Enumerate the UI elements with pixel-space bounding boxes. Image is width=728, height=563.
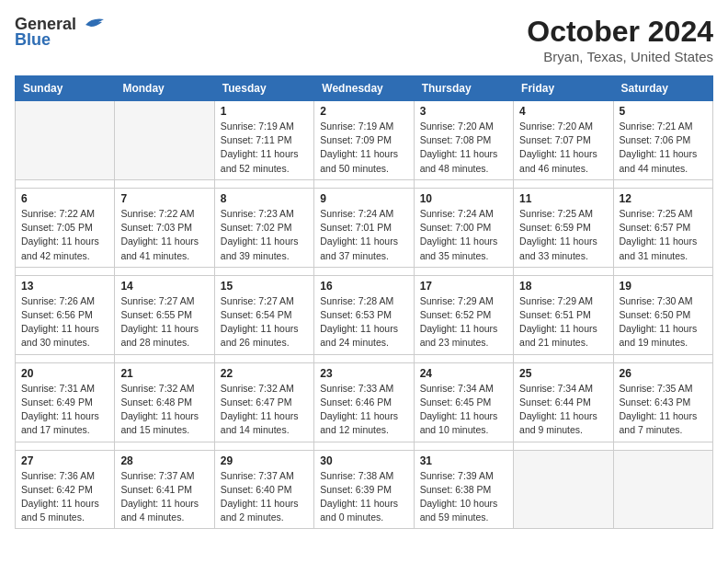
day-info: Sunrise: 7:27 AMSunset: 6:55 PMDaylight:… xyxy=(120,294,208,350)
calendar-day-cell: 3Sunrise: 7:20 AMSunset: 7:08 PMDaylight… xyxy=(414,101,513,180)
column-header-wednesday: Wednesday xyxy=(314,76,414,101)
day-number: 30 xyxy=(320,454,407,467)
calendar-day-cell: 1Sunrise: 7:19 AMSunset: 7:11 PMDaylight… xyxy=(214,101,313,180)
day-info: Sunrise: 7:29 AMSunset: 6:52 PMDaylight:… xyxy=(420,294,507,350)
day-number: 8 xyxy=(221,192,308,205)
day-info: Sunrise: 7:30 AMSunset: 6:50 PMDaylight:… xyxy=(620,294,707,350)
day-number: 16 xyxy=(320,280,407,293)
calendar-day-cell: 16Sunrise: 7:28 AMSunset: 6:53 PMDayligh… xyxy=(314,275,414,354)
day-info: Sunrise: 7:22 AMSunset: 7:05 PMDaylight:… xyxy=(21,207,108,263)
day-number: 6 xyxy=(21,192,108,205)
day-number: 26 xyxy=(620,367,707,380)
calendar-day-cell: 14Sunrise: 7:27 AMSunset: 6:55 PMDayligh… xyxy=(115,275,214,354)
day-info: Sunrise: 7:35 AMSunset: 6:43 PMDaylight:… xyxy=(620,382,707,438)
calendar-week-row: 1Sunrise: 7:19 AMSunset: 7:11 PMDaylight… xyxy=(16,101,713,180)
day-number: 15 xyxy=(221,280,308,293)
day-number: 17 xyxy=(420,280,507,293)
page-header: General Blue October 2024 Bryan, Texas, … xyxy=(15,15,713,64)
day-info: Sunrise: 7:33 AMSunset: 6:46 PMDaylight:… xyxy=(320,382,407,438)
day-number: 23 xyxy=(320,367,407,380)
calendar-day-cell: 10Sunrise: 7:24 AMSunset: 7:00 PMDayligh… xyxy=(414,188,513,267)
day-number: 24 xyxy=(420,367,507,380)
column-header-monday: Monday xyxy=(115,76,214,101)
day-number: 13 xyxy=(21,280,108,293)
week-separator xyxy=(16,179,713,188)
calendar-day-cell: 27Sunrise: 7:36 AMSunset: 6:42 PMDayligh… xyxy=(16,450,115,529)
calendar-day-cell: 25Sunrise: 7:34 AMSunset: 6:44 PMDayligh… xyxy=(514,362,613,442)
calendar-day-cell: 15Sunrise: 7:27 AMSunset: 6:54 PMDayligh… xyxy=(214,275,313,354)
day-number: 11 xyxy=(519,192,607,205)
day-number: 29 xyxy=(221,454,308,467)
week-separator xyxy=(16,267,713,275)
day-number: 20 xyxy=(21,367,108,380)
day-info: Sunrise: 7:39 AMSunset: 6:38 PMDaylight:… xyxy=(420,469,507,525)
day-number: 31 xyxy=(420,454,507,467)
calendar-day-cell: 2Sunrise: 7:19 AMSunset: 7:09 PMDaylight… xyxy=(314,101,414,180)
day-info: Sunrise: 7:25 AMSunset: 6:59 PMDaylight:… xyxy=(519,207,607,263)
calendar-day-cell: 22Sunrise: 7:32 AMSunset: 6:47 PMDayligh… xyxy=(214,362,313,442)
calendar-day-cell: 5Sunrise: 7:21 AMSunset: 7:06 PMDaylight… xyxy=(613,101,712,180)
day-number: 18 xyxy=(519,280,607,293)
day-number: 27 xyxy=(21,454,108,467)
day-info: Sunrise: 7:23 AMSunset: 7:02 PMDaylight:… xyxy=(221,207,308,263)
page-title: October 2024 xyxy=(527,15,713,49)
day-number: 14 xyxy=(120,280,208,293)
day-info: Sunrise: 7:19 AMSunset: 7:09 PMDaylight:… xyxy=(320,120,407,176)
calendar-week-row: 6Sunrise: 7:22 AMSunset: 7:05 PMDaylight… xyxy=(16,188,713,267)
calendar-week-row: 13Sunrise: 7:26 AMSunset: 6:56 PMDayligh… xyxy=(16,275,713,354)
calendar-day-cell: 30Sunrise: 7:38 AMSunset: 6:39 PMDayligh… xyxy=(314,450,414,529)
calendar-day-cell xyxy=(16,101,115,180)
day-info: Sunrise: 7:31 AMSunset: 6:49 PMDaylight:… xyxy=(21,382,108,438)
day-number: 19 xyxy=(620,280,707,293)
day-info: Sunrise: 7:36 AMSunset: 6:42 PMDaylight:… xyxy=(21,469,108,525)
calendar-day-cell: 26Sunrise: 7:35 AMSunset: 6:43 PMDayligh… xyxy=(613,362,712,442)
day-info: Sunrise: 7:20 AMSunset: 7:07 PMDaylight:… xyxy=(519,120,607,176)
column-header-saturday: Saturday xyxy=(613,76,712,101)
day-info: Sunrise: 7:26 AMSunset: 6:56 PMDaylight:… xyxy=(21,294,108,350)
column-header-tuesday: Tuesday xyxy=(214,76,313,101)
day-number: 4 xyxy=(519,105,607,118)
week-separator xyxy=(16,354,713,362)
page-subtitle: Bryan, Texas, United States xyxy=(527,49,713,64)
day-info: Sunrise: 7:24 AMSunset: 7:01 PMDaylight:… xyxy=(320,207,407,263)
day-info: Sunrise: 7:32 AMSunset: 6:48 PMDaylight:… xyxy=(120,382,208,438)
calendar-day-cell: 20Sunrise: 7:31 AMSunset: 6:49 PMDayligh… xyxy=(16,362,115,442)
day-number: 2 xyxy=(320,105,407,118)
calendar-day-cell: 7Sunrise: 7:22 AMSunset: 7:03 PMDaylight… xyxy=(115,188,214,267)
logo-bird-icon xyxy=(78,16,106,34)
day-info: Sunrise: 7:27 AMSunset: 6:54 PMDaylight:… xyxy=(221,294,308,350)
calendar-day-cell: 19Sunrise: 7:30 AMSunset: 6:50 PMDayligh… xyxy=(613,275,712,354)
day-info: Sunrise: 7:20 AMSunset: 7:08 PMDaylight:… xyxy=(420,120,507,176)
day-number: 21 xyxy=(120,367,208,380)
day-info: Sunrise: 7:37 AMSunset: 6:41 PMDaylight:… xyxy=(120,469,208,525)
column-header-friday: Friday xyxy=(514,76,613,101)
calendar-day-cell: 8Sunrise: 7:23 AMSunset: 7:02 PMDaylight… xyxy=(214,188,313,267)
day-info: Sunrise: 7:28 AMSunset: 6:53 PMDaylight:… xyxy=(320,294,407,350)
calendar-day-cell: 21Sunrise: 7:32 AMSunset: 6:48 PMDayligh… xyxy=(115,362,214,442)
column-header-thursday: Thursday xyxy=(414,76,513,101)
day-info: Sunrise: 7:34 AMSunset: 6:44 PMDaylight:… xyxy=(519,382,607,438)
calendar-table: SundayMondayTuesdayWednesdayThursdayFrid… xyxy=(15,75,713,529)
calendar-header-row: SundayMondayTuesdayWednesdayThursdayFrid… xyxy=(16,76,713,101)
day-number: 1 xyxy=(221,105,308,118)
day-number: 10 xyxy=(420,192,507,205)
day-info: Sunrise: 7:22 AMSunset: 7:03 PMDaylight:… xyxy=(120,207,208,263)
logo-text-blue: Blue xyxy=(15,30,51,50)
day-info: Sunrise: 7:38 AMSunset: 6:39 PMDaylight:… xyxy=(320,469,407,525)
calendar-day-cell: 6Sunrise: 7:22 AMSunset: 7:05 PMDaylight… xyxy=(16,188,115,267)
logo: General Blue xyxy=(15,15,106,50)
calendar-day-cell: 13Sunrise: 7:26 AMSunset: 6:56 PMDayligh… xyxy=(16,275,115,354)
calendar-day-cell: 24Sunrise: 7:34 AMSunset: 6:45 PMDayligh… xyxy=(414,362,513,442)
day-info: Sunrise: 7:34 AMSunset: 6:45 PMDaylight:… xyxy=(420,382,507,438)
calendar-day-cell: 17Sunrise: 7:29 AMSunset: 6:52 PMDayligh… xyxy=(414,275,513,354)
day-info: Sunrise: 7:19 AMSunset: 7:11 PMDaylight:… xyxy=(221,120,308,176)
day-number: 25 xyxy=(519,367,607,380)
day-info: Sunrise: 7:21 AMSunset: 7:06 PMDaylight:… xyxy=(620,120,707,176)
day-number: 9 xyxy=(320,192,407,205)
calendar-day-cell: 9Sunrise: 7:24 AMSunset: 7:01 PMDaylight… xyxy=(314,188,414,267)
calendar-day-cell: 23Sunrise: 7:33 AMSunset: 6:46 PMDayligh… xyxy=(314,362,414,442)
day-info: Sunrise: 7:24 AMSunset: 7:00 PMDaylight:… xyxy=(420,207,507,263)
calendar-week-row: 27Sunrise: 7:36 AMSunset: 6:42 PMDayligh… xyxy=(16,450,713,529)
day-number: 22 xyxy=(221,367,308,380)
day-info: Sunrise: 7:25 AMSunset: 6:57 PMDaylight:… xyxy=(620,207,707,263)
